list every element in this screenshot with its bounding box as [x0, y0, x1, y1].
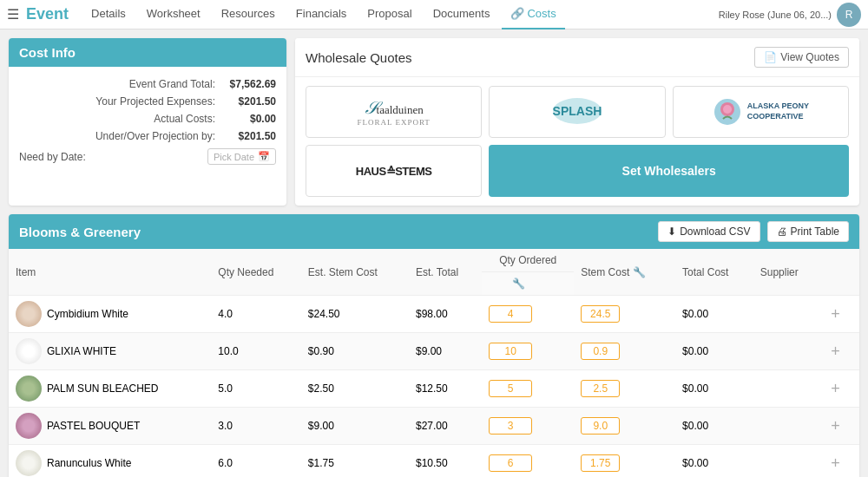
- qty-needed-cell: 5.0: [211, 370, 300, 408]
- total-cost-cell: $0.00: [675, 296, 753, 333]
- item-thumbnail: [16, 301, 42, 327]
- wholesaler-splash[interactable]: SPLASH: [489, 86, 665, 138]
- qty-needed-cell: 4.0: [211, 296, 300, 333]
- total-cost-cell: $0.00: [675, 370, 753, 408]
- wholesale-body: 𝒮taalduinen FLORAL EXPORT SPLASH: [295, 77, 859, 206]
- document-icon: 📄: [764, 51, 777, 63]
- need-by-row: Need by Date: Pick Date 📅: [19, 145, 276, 168]
- qty-ordered-cell[interactable]: [482, 296, 556, 333]
- wholesaler-haus-of-stems[interactable]: HAUS≙STEMS: [306, 145, 482, 197]
- item-name: Ranunculus White: [47, 457, 131, 469]
- qty-ordered-input[interactable]: [489, 417, 532, 435]
- add-button[interactable]: +: [827, 343, 844, 361]
- blooms-header: Blooms & Greenery ⬇ Download CSV 🖨 Print…: [9, 214, 859, 249]
- stem-cost-cell[interactable]: [574, 445, 675, 478]
- under-over-row: Under/Over Projection by: $201.50: [19, 127, 276, 145]
- est-total-cell: $10.50: [409, 445, 482, 478]
- print-icon: 🖨: [777, 225, 787, 238]
- supplier-cell: [753, 333, 821, 370]
- col-qty-ordered-input: 🔧: [482, 272, 556, 296]
- item-thumbnail: [16, 376, 42, 402]
- stem-cost-cell[interactable]: [574, 296, 675, 333]
- nav-financials[interactable]: Financials: [287, 0, 356, 29]
- table-row: PALM SUN BLEACHED 5.0 $2.50 $12.50 $0.00…: [9, 370, 859, 408]
- stem-cost-input[interactable]: [581, 454, 620, 472]
- nav-proposal[interactable]: Proposal: [358, 0, 420, 29]
- est-stem-cost-cell: $0.90: [301, 333, 409, 370]
- cost-info-body: Event Grand Total: $7,562.69 Your Projec…: [9, 67, 286, 177]
- stem-cost-cell[interactable]: [574, 370, 675, 408]
- stem-cost-input[interactable]: [581, 417, 620, 435]
- add-button[interactable]: +: [827, 417, 844, 435]
- est-total-cell: $12.50: [409, 370, 482, 408]
- add-button[interactable]: +: [827, 305, 844, 323]
- item-name: PALM SUN BLEACHED: [47, 382, 158, 395]
- col-stem-cost: Stem Cost 🔧: [574, 249, 675, 296]
- table-row: Cymbidium White 4.0 $24.50 $98.00 $0.00 …: [9, 296, 859, 333]
- item-cell: Cymbidium White: [9, 296, 211, 333]
- qty-ordered-cell[interactable]: [482, 333, 556, 370]
- stem-cost-input[interactable]: [581, 305, 620, 323]
- qty-ordered-sub-cell: [556, 445, 575, 478]
- stem-cost-cell[interactable]: [574, 333, 675, 370]
- col-total-cost: Total Cost: [675, 249, 753, 296]
- add-cell[interactable]: +: [820, 408, 859, 445]
- stem-cost-input[interactable]: [581, 343, 620, 360]
- add-button[interactable]: +: [827, 454, 844, 473]
- add-cell[interactable]: +: [820, 333, 859, 370]
- qty-ordered-input[interactable]: [489, 343, 532, 360]
- projected-expenses-row: Your Projected Expenses: $201.50: [19, 93, 276, 110]
- supplier-cell: [753, 445, 821, 478]
- est-total-cell: $98.00: [409, 296, 482, 333]
- hamburger-icon[interactable]: ☰: [7, 6, 19, 23]
- nav-documents[interactable]: Documents: [424, 0, 499, 29]
- est-stem-cost-cell: $2.50: [301, 370, 409, 408]
- add-cell[interactable]: +: [820, 370, 859, 408]
- col-actions: [820, 249, 859, 296]
- qty-ordered-cell[interactable]: [482, 445, 556, 478]
- table-row: Ranunculus White 6.0 $1.75 $10.50 $0.00 …: [9, 445, 859, 478]
- print-table-button[interactable]: 🖨 Print Table: [767, 221, 849, 242]
- nav-resources[interactable]: Resources: [213, 0, 284, 29]
- qty-ordered-sub-cell: [556, 370, 575, 408]
- grand-total-row: Event Grand Total: $7,562.69: [19, 75, 276, 93]
- add-cell[interactable]: +: [820, 296, 859, 333]
- nav-costs[interactable]: 🔗 Costs: [502, 0, 564, 29]
- wholesaler-alaska-peony[interactable]: ALASKA PEONYCOOPERATIVE: [673, 86, 849, 138]
- supplier-cell: [753, 370, 821, 408]
- table-row: GLIXIA WHITE 10.0 $0.90 $9.00 $0.00 +: [9, 333, 859, 370]
- add-button[interactable]: +: [827, 380, 844, 398]
- qty-needed-cell: 3.0: [211, 408, 300, 445]
- qty-ordered-sub-cell: [556, 408, 575, 445]
- item-thumbnail: [16, 450, 42, 476]
- qty-ordered-cell[interactable]: [482, 408, 556, 445]
- qty-ordered-input[interactable]: [489, 305, 532, 323]
- nav-worksheet[interactable]: Worksheet: [138, 0, 209, 29]
- est-stem-cost-cell: $1.75: [301, 445, 409, 478]
- est-total-cell: $9.00: [409, 333, 482, 370]
- total-cost-cell: $0.00: [675, 333, 753, 370]
- qty-ordered-input[interactable]: [489, 454, 532, 472]
- set-wholesalers-button[interactable]: Set Wholesalers: [489, 145, 849, 197]
- download-csv-button[interactable]: ⬇ Download CSV: [658, 221, 760, 242]
- item-cell: PASTEL BOUQUET: [9, 408, 211, 445]
- wholesaler-staalduinen[interactable]: 𝒮taalduinen FLORAL EXPORT: [306, 86, 482, 138]
- blooms-actions: ⬇ Download CSV 🖨 Print Table: [658, 221, 849, 242]
- qty-ordered-input[interactable]: [489, 380, 532, 397]
- qty-ordered-cell[interactable]: [482, 370, 556, 408]
- supplier-cell: [753, 296, 821, 333]
- nav-details[interactable]: Details: [82, 0, 135, 29]
- est-stem-cost-cell: $9.00: [301, 408, 409, 445]
- est-total-cell: $27.00: [409, 408, 482, 445]
- cost-info-card: Cost Info Event Grand Total: $7,562.69 Y…: [9, 38, 286, 206]
- item-thumbnail: [16, 413, 42, 439]
- actual-costs-row: Actual Costs: $0.00: [19, 110, 276, 127]
- view-quotes-button[interactable]: 📄 View Quotes: [754, 47, 849, 68]
- tool-icon-2: 🔧: [512, 278, 525, 290]
- add-cell[interactable]: +: [820, 445, 859, 478]
- stem-cost-input[interactable]: [581, 380, 620, 397]
- stem-cost-cell[interactable]: [574, 408, 675, 445]
- top-row: Cost Info Event Grand Total: $7,562.69 Y…: [9, 38, 859, 206]
- est-stem-cost-cell: $24.50: [301, 296, 409, 333]
- need-by-date-input[interactable]: Pick Date 📅: [207, 148, 276, 165]
